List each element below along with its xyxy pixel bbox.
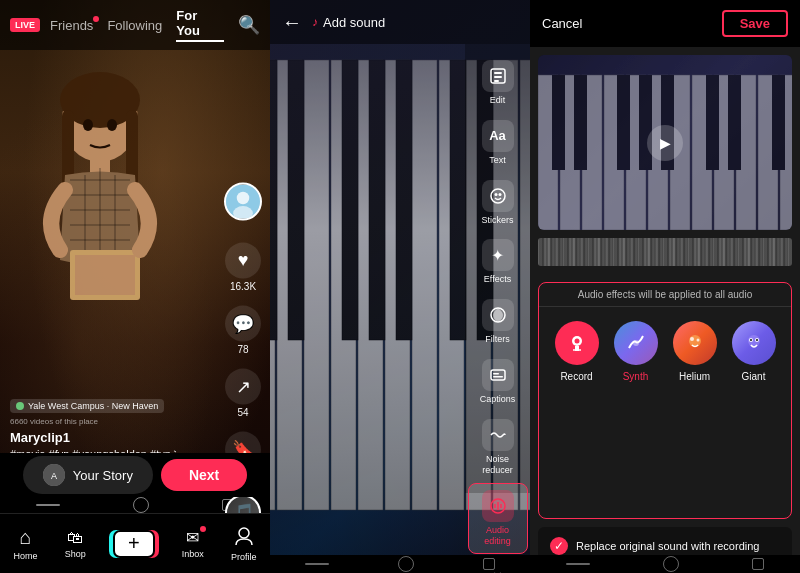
svg-point-73 [696,339,699,342]
nav-home[interactable]: ⌂ Home [14,526,38,561]
text-icon: Aa [482,120,514,152]
editor-toolbar: Edit Aa Text Stickers ✦ Effects [465,44,530,493]
effect-record[interactable]: Record [555,321,599,382]
nav-following[interactable]: Following [107,18,162,33]
home-label: Home [14,551,38,561]
sys-circle-2 [398,556,414,572]
svg-rect-42 [491,370,505,380]
svg-point-78 [756,339,758,341]
share-icon: ↗ [225,368,261,404]
live-badge[interactable]: LIVE [10,18,40,32]
nav-inbox[interactable]: ✉ Inbox [182,528,204,559]
audio-editing-icon [482,490,514,522]
filters-icon [482,299,514,331]
effects-label: Effects [484,274,511,285]
location-name: Yale West Campus · New Haven [28,401,158,411]
svg-rect-44 [493,376,503,378]
svg-point-38 [491,189,505,203]
filters-tool[interactable]: Filters [468,293,528,351]
synth-icon [614,321,658,365]
nav-friends[interactable]: Friends [50,18,93,33]
svg-point-71 [689,335,701,347]
svg-point-77 [750,339,752,341]
search-icon[interactable]: 🔍 [238,14,260,36]
giant-label: Giant [742,371,766,382]
next-button[interactable]: Next [161,459,247,491]
audio-effects-title: Audio effects will be applied to all aud… [539,283,791,307]
nav-profile[interactable]: Profile [231,526,257,562]
audio-panel: Cancel Save [530,0,800,573]
effects-tool[interactable]: ✦ Effects [468,233,528,291]
nav-for-you[interactable]: For You [176,8,224,42]
svg-point-4 [83,119,93,131]
waveform-strip [538,238,792,266]
svg-point-69 [574,339,579,344]
comments-count: 78 [237,343,248,354]
chevron-down-icon[interactable]: ⌄ [490,560,505,573]
sys-circle-3 [663,556,679,572]
svg-point-14 [239,528,249,538]
helium-icon [673,321,717,365]
audio-effects-section: Audio effects will be applied to all aud… [538,282,792,519]
captions-tool[interactable]: Captions [468,353,528,411]
edit-tool[interactable]: Edit [468,54,528,112]
audio-header: Cancel Save [530,0,800,47]
record-icon [555,321,599,365]
your-story-label: Your Story [73,468,133,483]
effect-synth[interactable]: Synth [614,321,658,382]
avatar-container[interactable]: + [224,182,262,220]
svg-rect-36 [494,76,502,78]
shares-count: 54 [237,406,248,417]
username: Maryclip1 [10,430,215,445]
editor-header: ← ♪ Add sound [270,0,530,44]
effect-helium[interactable]: Helium [673,321,717,382]
editor-panel: ← ♪ Add sound Edit Aa Text [270,0,530,573]
like-button[interactable]: ♥ 16.3K [225,242,261,291]
effect-giant[interactable]: Giant [732,321,776,382]
location-sub: 6660 videos of this place [10,417,215,426]
add-sound-label: ♪ Add sound [312,15,385,30]
noise-reducer-label: Noise reducer [472,454,524,476]
share-button[interactable]: ↗ 54 [225,368,261,417]
nav-create[interactable] [113,530,155,558]
edit-label: Edit [490,95,506,106]
save-button[interactable]: Save [722,10,788,37]
text-tool[interactable]: Aa Text [468,114,528,172]
location-badge[interactable]: Yale West Campus · New Haven [10,399,164,413]
profile-label: Profile [231,552,257,562]
svg-point-5 [107,119,117,131]
svg-rect-43 [493,373,499,375]
sys-line-3 [566,563,590,565]
nav-shop[interactable]: 🛍 Shop [65,529,86,559]
noise-reducer-tool[interactable]: Noise reducer [468,413,528,482]
svg-rect-8 [75,255,135,295]
comment-icon: 💬 [225,305,261,341]
sys-line-2 [305,563,329,565]
home-icon: ⌂ [19,526,31,549]
system-nav-bar-3 [530,555,800,573]
shop-label: Shop [65,549,86,559]
inbox-icon: ✉ [186,528,199,547]
svg-point-72 [690,337,694,341]
effects-icon: ✦ [482,239,514,271]
audio-editing-label: Audio editing [473,525,523,547]
comment-button[interactable]: 💬 78 [225,305,261,354]
svg-point-70 [633,340,639,346]
svg-point-10 [237,191,250,204]
back-button[interactable]: ← [282,11,302,34]
svg-point-39 [494,193,497,196]
shop-icon: 🛍 [67,529,83,547]
svg-text:A: A [51,471,57,481]
likes-count: 16.3K [230,280,256,291]
video-content [20,60,180,380]
cancel-button[interactable]: Cancel [542,16,582,31]
heart-icon: ♥ [225,242,261,278]
feed-header: LIVE Friends Following For You 🔍 [0,0,270,50]
giant-icon [732,321,776,365]
play-button[interactable]: ▶ [647,125,683,161]
audio-editing-tool[interactable]: Audio editing [468,483,528,554]
stickers-tool[interactable]: Stickers [468,174,528,232]
svg-rect-35 [494,72,502,74]
story-avatar: A [43,464,65,486]
your-story-button[interactable]: A Your Story [23,456,153,494]
